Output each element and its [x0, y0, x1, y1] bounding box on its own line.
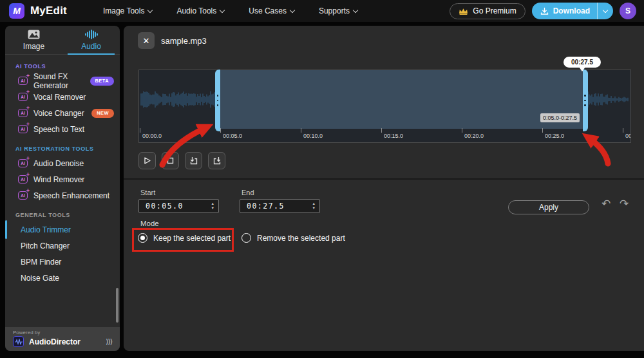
selection-range-label: 0:05.0-0:27.5 — [540, 113, 580, 122]
sidebar-item-bpm-finder[interactable]: BPM Finder — [5, 254, 120, 270]
sidebar-footer: Powered by AudioDirector ⟩⟩⟩ — [5, 327, 120, 351]
mode-option-remove[interactable]: Remove the selected part — [242, 233, 345, 243]
set-start-marker-button[interactable] — [185, 152, 202, 169]
end-label: End — [242, 189, 254, 196]
end-time-value[interactable]: 00:27.5 — [240, 202, 312, 211]
sidebar-item-speech-enhancement[interactable]: Speech Enhancement — [5, 187, 120, 203]
sidebar-item-pitch-changer[interactable]: Pitch Changer — [5, 238, 120, 254]
timeline-label: 00:20.0 — [464, 133, 484, 139]
sidebar-tabs: Image Audio — [5, 26, 120, 55]
mode-label: Mode — [140, 220, 159, 227]
sidebar: Image Audio AI TOOLS Sound FX Generator … — [5, 26, 120, 351]
tab-audio[interactable]: Audio — [62, 26, 120, 54]
item-label: Audio Trimmer — [21, 225, 71, 234]
timeline-label: 00:05.0 — [223, 133, 242, 139]
top-navbar: M MyEdit Image Tools Audio Tools Use Cas… — [0, 0, 644, 22]
waveform-panel: 00:00.0 00:05.0 00:10.0 00:15.0 00:20.0 … — [138, 70, 631, 143]
nav-menus: Image Tools Audio Tools Use Cases Suppor… — [103, 6, 357, 15]
beta-badge: BETA — [90, 77, 114, 86]
close-file-button[interactable]: ✕ — [138, 32, 155, 49]
section-title-ai-tools: AI TOOLS — [15, 63, 120, 70]
start-time-input[interactable]: 00:05.0 ▲▼ — [138, 199, 219, 213]
sidebar-item-sound-fx-generator[interactable]: Sound FX Generator BETA — [5, 73, 120, 89]
ai-tool-icon — [18, 109, 28, 117]
play-button[interactable] — [138, 152, 156, 169]
section-divider — [124, 178, 644, 180]
download-options-button[interactable] — [597, 3, 613, 19]
chevrons-right-icon[interactable]: ⟩⟩⟩ — [106, 337, 112, 346]
download-icon — [540, 7, 549, 15]
stop-button[interactable] — [162, 152, 179, 169]
mark-out-icon — [213, 156, 222, 165]
sidebar-item-vocal-remover[interactable]: Vocal Remover — [5, 89, 120, 105]
timeline-tick — [462, 128, 462, 133]
item-label: Noise Gate — [21, 274, 59, 283]
crown-icon — [459, 8, 468, 15]
timeline-label: 00:00.0 — [142, 133, 162, 139]
sidebar-item-wind-remover[interactable]: Wind Remover — [5, 171, 120, 187]
undo-button[interactable]: ↶ — [601, 197, 611, 210]
timeline-tick — [381, 128, 382, 133]
audio-waveform-icon — [85, 30, 98, 39]
download-label: Download — [553, 6, 590, 15]
menu-audio-tools[interactable]: Audio Tools — [176, 6, 224, 15]
sidebar-item-voice-changer[interactable]: Voice Changer NEW — [5, 105, 120, 121]
apply-button[interactable]: Apply — [508, 200, 589, 214]
timeline-tick — [301, 128, 301, 133]
timeline-label: 00:3 — [625, 133, 630, 139]
chevron-down-icon — [220, 7, 225, 12]
play-icon — [143, 156, 151, 165]
sidebar-item-noise-gate[interactable]: Noise Gate — [5, 270, 120, 286]
navbar-right: Go Premium Download S — [450, 3, 636, 19]
menu-label: Use Cases — [249, 6, 287, 15]
new-badge: NEW — [91, 109, 114, 118]
radio-selected-icon[interactable] — [138, 233, 147, 243]
menu-use-cases[interactable]: Use Cases — [249, 6, 294, 15]
audiodirector-icon — [13, 336, 24, 347]
tab-image[interactable]: Image — [5, 26, 62, 54]
mode-option-label: Remove the selected part — [257, 234, 345, 243]
item-label: Vocal Remover — [33, 93, 86, 102]
start-time-value[interactable]: 00:05.0 — [139, 202, 211, 211]
download-button[interactable]: Download — [532, 6, 597, 15]
ai-tool-icon — [18, 77, 28, 85]
set-end-marker-button[interactable] — [208, 152, 225, 169]
sidebar-item-speech-to-text[interactable]: Speech to Text — [5, 121, 120, 137]
chevron-down-icon — [353, 7, 358, 12]
mode-option-keep[interactable]: Keep the selected part — [138, 233, 231, 243]
item-label: BPM Finder — [21, 258, 61, 267]
menu-supports[interactable]: Supports — [319, 6, 357, 15]
trim-handle-end[interactable] — [583, 70, 588, 131]
item-label: Voice Changer — [33, 109, 84, 118]
timeline-tick — [623, 128, 623, 133]
trim-handle-start[interactable] — [215, 70, 220, 131]
redo-button[interactable]: ↷ — [620, 197, 629, 210]
end-time-stepper[interactable]: ▲▼ — [312, 202, 319, 211]
sidebar-item-audio-trimmer[interactable]: Audio Trimmer — [5, 221, 120, 238]
tab-label: Audio — [81, 42, 101, 51]
start-time-stepper[interactable]: ▲▼ — [211, 202, 218, 211]
user-avatar[interactable]: S — [620, 3, 636, 19]
timeline-tick — [542, 128, 543, 133]
menu-image-tools[interactable]: Image Tools — [103, 6, 152, 15]
radio-unselected-icon[interactable] — [242, 233, 251, 243]
menu-label: Image Tools — [103, 6, 144, 15]
timeline-tick — [220, 128, 221, 133]
audiodirector-label: AudioDirector — [29, 337, 80, 346]
end-time-tooltip: 00:27.5 — [564, 57, 601, 68]
sidebar-scrollbar[interactable] — [116, 288, 118, 323]
chevron-down-icon — [290, 7, 295, 12]
image-icon — [28, 30, 40, 39]
premium-label: Go Premium — [473, 6, 516, 15]
audiodirector-row[interactable]: AudioDirector ⟩⟩⟩ — [13, 336, 112, 347]
end-time-input[interactable]: 00:27.5 ▲▼ — [240, 199, 320, 213]
go-premium-button[interactable]: Go Premium — [450, 3, 525, 19]
selection-region[interactable] — [220, 70, 583, 129]
timeline-ruler[interactable]: 00:00.0 00:05.0 00:10.0 00:15.0 00:20.0 … — [139, 128, 630, 142]
myedit-logo-icon[interactable]: M — [9, 3, 24, 19]
item-label: Audio Denoise — [33, 159, 84, 168]
sidebar-item-audio-denoise[interactable]: Audio Denoise — [5, 155, 120, 171]
tab-label: Image — [23, 42, 44, 51]
brand-name[interactable]: MyEdit — [30, 5, 67, 17]
start-label: Start — [140, 189, 155, 196]
